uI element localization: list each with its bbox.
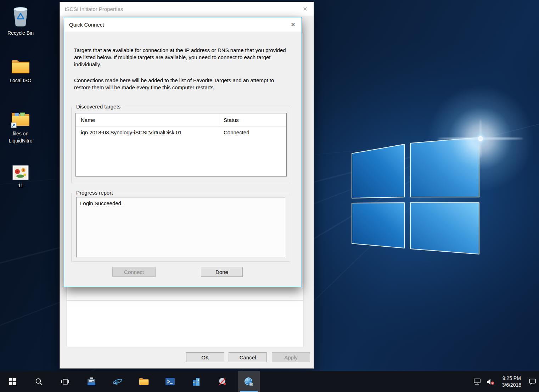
done-button[interactable]: Done [201, 267, 243, 277]
quick-connect-description: Targets that are available for connectio… [74, 47, 291, 68]
taskbar-buttons: e [2, 371, 264, 392]
server-manager-icon [86, 377, 96, 386]
quick-connect-close-icon[interactable]: ✕ [285, 17, 302, 32]
recycle-bin-icon [10, 5, 31, 28]
powershell-button[interactable] [159, 371, 181, 392]
taskbar-clock[interactable]: 9:25 PM 3/6/2018 [502, 375, 522, 388]
desktop-icon-11[interactable]: 11 [2, 165, 39, 189]
svg-text:e: e [115, 377, 119, 386]
cancel-button[interactable]: Cancel [229, 352, 267, 362]
desktop: Recycle Bin Local ISO files on LiquidNit… [0, 0, 539, 392]
parent-window-title: iSCSI Initiator Properties [65, 6, 123, 12]
discovered-targets-group: Discovered targets Name Status iqn.2018-… [71, 107, 290, 183]
folder-icon [11, 58, 30, 75]
system-tray: 9:25 PM 3/6/2018 [473, 371, 537, 392]
desktop-icon-label: 11 [18, 182, 23, 189]
volume-muted-icon[interactable] [486, 378, 495, 385]
column-header-name: Name [81, 117, 95, 123]
connect-button: Connect [112, 267, 156, 277]
progress-report-label: Progress report [74, 190, 114, 196]
file-explorer-button[interactable] [133, 371, 155, 392]
action-center-icon[interactable] [528, 378, 537, 385]
buildings-icon [192, 377, 201, 386]
start-button[interactable] [2, 371, 24, 392]
desktop-icon-local-iso[interactable]: Local ISO [2, 58, 39, 84]
target-row[interactable]: iqn.2018-03.Synology-iSCSI:VirtualDisk.0… [76, 127, 286, 138]
target-name: iqn.2018-03.Synology-iSCSI:VirtualDisk.0… [81, 129, 182, 135]
discovered-targets-label: Discovered targets [74, 103, 122, 110]
progress-report-group: Progress report Login Succeeded. [71, 193, 290, 262]
disconnect-app-button[interactable] [212, 371, 234, 392]
folder-shortcut-icon [11, 111, 30, 128]
list-header: Name Status [76, 113, 286, 127]
powershell-icon [165, 377, 175, 386]
search-button[interactable] [28, 371, 50, 392]
column-header-status: Status [224, 117, 239, 123]
file-explorer-icon [139, 377, 149, 386]
discovered-targets-list[interactable]: Name Status iqn.2018-03.Synology-iSCSI:V… [75, 113, 287, 177]
internet-explorer-icon: e [112, 376, 123, 387]
taskbar: e [0, 371, 539, 392]
clock-date: 3/6/2018 [502, 382, 522, 388]
quick-connect-title: Quick Connect [69, 22, 104, 28]
progress-report-text: Login Succeeded. [80, 200, 123, 206]
content-divider [67, 300, 303, 301]
photo-thumbnail-icon [12, 165, 29, 180]
target-status: Connected [224, 129, 249, 135]
server-manager-button[interactable] [80, 371, 102, 392]
desktop-icon-label: Recycle Bin [7, 29, 34, 37]
desktop-icon-label: files on LiquidNitro [2, 130, 39, 145]
parent-window-titlebar[interactable]: iSCSI Initiator Properties ✕ [60, 2, 314, 16]
apply-button: Apply [272, 352, 310, 362]
clock-time: 9:25 PM [502, 375, 522, 382]
internet-explorer-button[interactable]: e [107, 371, 129, 392]
task-view-button[interactable] [54, 371, 76, 392]
desktop-icon-label: Local ISO [10, 77, 31, 84]
quick-connect-titlebar[interactable]: Quick Connect ✕ [64, 17, 302, 32]
parent-close-icon[interactable]: ✕ [297, 2, 314, 16]
column-divider [220, 113, 220, 127]
disconnect-icon [218, 377, 227, 386]
progress-report-box: Login Succeeded. [76, 197, 285, 257]
quick-connect-favorites-note: Connections made here will be added to t… [74, 77, 291, 91]
desktop-icon-files-on-liquidnitro[interactable]: files on LiquidNitro [2, 111, 39, 145]
iscsi-initiator-taskbar-button[interactable] [238, 371, 260, 392]
quick-connect-dialog: Quick Connect ✕ Targets that are availab… [64, 17, 302, 287]
iscsi-initiator-icon [244, 377, 254, 387]
task-view-icon [61, 378, 69, 385]
windows-logo-icon [9, 378, 17, 386]
desktop-icon-recycle-bin[interactable]: Recycle Bin [2, 5, 39, 37]
buildings-app-button[interactable] [185, 371, 207, 392]
search-icon [35, 377, 43, 386]
ok-button[interactable]: OK [186, 352, 224, 362]
network-icon[interactable] [473, 378, 482, 385]
